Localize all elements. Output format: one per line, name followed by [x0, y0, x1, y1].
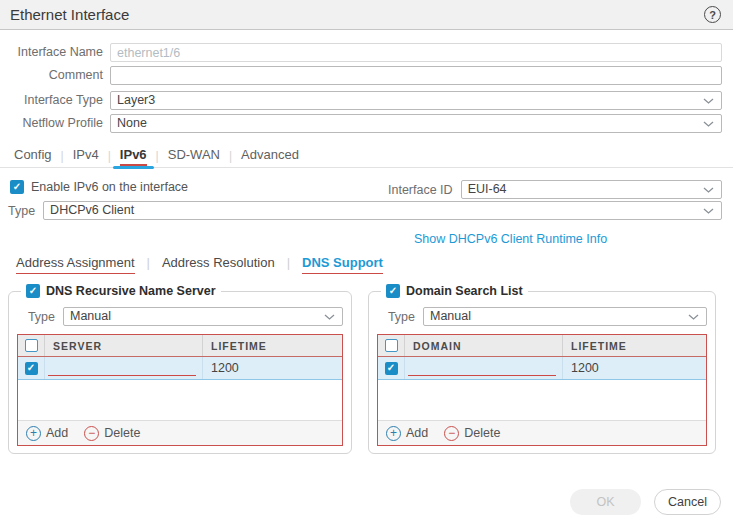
chevron-down-icon: [703, 187, 714, 193]
tab-separator: |: [156, 149, 159, 163]
domain-search-list-panel: ✓ Domain Search List Type Manual DOMAIN …: [368, 291, 716, 454]
enable-ipv6-label: Enable IPv6 on the interface: [31, 180, 188, 194]
enable-ipv6-checkbox[interactable]: ✓: [10, 180, 24, 194]
chevron-down-icon: [703, 98, 714, 104]
interface-type-row: Interface Type Layer3: [0, 91, 722, 110]
dns-server-add-button[interactable]: + Add: [26, 426, 68, 441]
interface-type-label: Interface Type: [0, 91, 103, 110]
show-dhcpv6-runtime-info-link[interactable]: Show DHCPv6 Client Runtime Info: [414, 232, 607, 246]
domain-table-footer: + Add − Delete: [378, 420, 706, 445]
dns-server-type-row: Type Manual: [17, 307, 343, 326]
dns-server-table: SERVER LIFETIME ✓ 1200 + Add − De: [17, 334, 343, 446]
dns-recursive-name-server-checkbox[interactable]: ✓: [26, 284, 40, 298]
domain-value-input[interactable]: [408, 362, 556, 376]
comment-label: Comment: [0, 66, 103, 85]
interface-id-label: Interface ID: [388, 183, 453, 197]
interface-name-label: Interface Name: [0, 43, 103, 62]
netflow-profile-select[interactable]: None: [110, 114, 722, 133]
lifetime-column-header: LIFETIME: [203, 335, 342, 356]
subtab-separator: |: [287, 255, 290, 270]
interface-name-field: [110, 43, 722, 62]
dns-server-select-all-checkbox[interactable]: [25, 339, 38, 352]
domain-select-all-checkbox[interactable]: [385, 339, 398, 352]
ok-button[interactable]: OK: [570, 489, 641, 515]
tab-ipv4[interactable]: IPv4: [73, 145, 99, 167]
server-column-header: SERVER: [45, 335, 203, 356]
chevron-down-icon: [703, 121, 714, 127]
domain-lifetime-value: 1200: [563, 357, 706, 379]
lifetime-column-header: LIFETIME: [563, 335, 706, 356]
domain-row-checkbox[interactable]: ✓: [385, 362, 398, 375]
subtab-dns-support[interactable]: DNS Support: [302, 255, 383, 270]
chevron-down-icon: [703, 208, 714, 214]
domain-table-header: DOMAIN LIFETIME: [378, 335, 706, 357]
dns-server-delete-button[interactable]: − Delete: [84, 426, 140, 441]
delete-icon: −: [84, 426, 99, 441]
delete-icon: −: [444, 426, 459, 441]
dhcpv6-subtabs: Address Assignment | Address Resolution …: [0, 255, 383, 270]
main-tabstrip: Config | IPv4 | IPv6 | SD-WAN | Advanced: [0, 145, 733, 168]
domain-type-label: Type: [377, 310, 415, 324]
chevron-down-icon: [688, 314, 699, 320]
enable-ipv6-row: ✓ Enable IPv6 on the interface: [10, 180, 188, 194]
tab-ipv6[interactable]: IPv6: [120, 145, 147, 167]
domain-type-value: Manual: [430, 309, 471, 323]
dns-server-type-label: Type: [17, 310, 55, 324]
comment-row: Comment: [0, 66, 722, 85]
tab-config[interactable]: Config: [14, 145, 52, 167]
subtab-address-resolution[interactable]: Address Resolution: [162, 255, 275, 270]
help-icon[interactable]: ?: [704, 6, 721, 23]
domain-search-list-legend: ✓ Domain Search List: [381, 284, 528, 298]
dns-server-table-row[interactable]: ✓ 1200: [18, 357, 342, 380]
domain-search-list-checkbox[interactable]: ✓: [386, 284, 400, 298]
dns-server-table-header: SERVER LIFETIME: [18, 335, 342, 357]
domain-search-list-title: Domain Search List: [406, 284, 523, 298]
dns-server-type-select[interactable]: Manual: [63, 307, 343, 326]
netflow-profile-value: None: [117, 116, 147, 130]
tab-advanced[interactable]: Advanced: [241, 145, 299, 167]
netflow-profile-row: Netflow Profile None: [0, 114, 722, 133]
dns-server-row-checkbox[interactable]: ✓: [25, 362, 38, 375]
dns-server-value-input[interactable]: [48, 362, 196, 376]
interface-type-value: Layer3: [117, 93, 155, 107]
dns-recursive-name-server-legend: ✓ DNS Recursive Name Server: [21, 284, 221, 298]
tab-separator: |: [108, 149, 111, 163]
domain-column-header: DOMAIN: [405, 335, 563, 356]
dns-server-table-footer: + Add − Delete: [18, 420, 342, 445]
dns-server-type-value: Manual: [70, 309, 111, 323]
comment-field[interactable]: [110, 66, 722, 85]
cancel-button[interactable]: Cancel: [654, 489, 721, 515]
ethernet-interface-dialog: Ethernet Interface ? Interface Name Comm…: [0, 0, 733, 527]
chevron-down-icon: [324, 314, 335, 320]
interface-name-row: Interface Name: [0, 43, 722, 62]
tab-separator: |: [229, 149, 232, 163]
domain-table: DOMAIN LIFETIME ✓ 1200 + Add − De: [377, 334, 707, 446]
domain-add-button[interactable]: + Add: [386, 426, 428, 441]
domain-delete-button[interactable]: − Delete: [444, 426, 500, 441]
ipv6-type-value: DHCPv6 Client: [50, 203, 134, 217]
ipv6-type-row: Type DHCPv6 Client: [8, 201, 722, 220]
interface-id-row: Interface ID EUI-64: [388, 180, 722, 199]
add-icon: +: [386, 426, 401, 441]
interface-id-select[interactable]: EUI-64: [461, 180, 722, 199]
ipv6-type-select[interactable]: DHCPv6 Client: [43, 201, 722, 220]
dns-recursive-name-server-title: DNS Recursive Name Server: [46, 284, 216, 298]
interface-type-select[interactable]: Layer3: [110, 91, 722, 110]
domain-table-row[interactable]: ✓ 1200: [378, 357, 706, 380]
domain-type-select[interactable]: Manual: [423, 307, 707, 326]
dialog-title: Ethernet Interface: [10, 6, 129, 23]
dialog-titlebar: Ethernet Interface ?: [0, 0, 733, 30]
domain-type-row: Type Manual: [377, 307, 707, 326]
dns-server-lifetime-value: 1200: [203, 357, 342, 379]
add-icon: +: [26, 426, 41, 441]
dns-recursive-name-server-panel: ✓ DNS Recursive Name Server Type Manual …: [8, 291, 352, 454]
tab-sd-wan[interactable]: SD-WAN: [168, 145, 220, 167]
ipv6-type-label: Type: [8, 204, 35, 218]
subtab-address-assignment[interactable]: Address Assignment: [16, 255, 135, 270]
netflow-profile-label: Netflow Profile: [0, 114, 103, 133]
subtab-separator: |: [147, 255, 150, 270]
tab-separator: |: [61, 149, 64, 163]
interface-id-value: EUI-64: [468, 182, 507, 196]
